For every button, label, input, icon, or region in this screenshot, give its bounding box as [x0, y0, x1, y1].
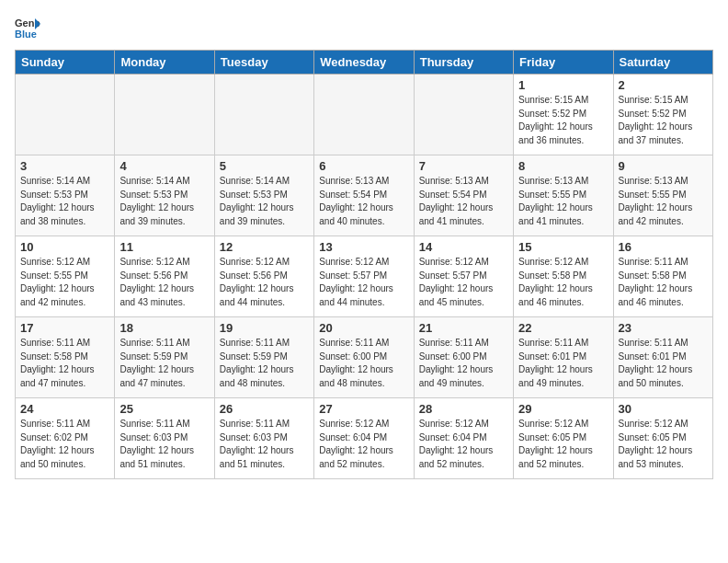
day-number: 6: [319, 159, 408, 173]
day-info: Sunrise: 5:12 AM Sunset: 6:05 PM Dayligh…: [518, 418, 608, 471]
calendar-cell: 13Sunrise: 5:12 AM Sunset: 5:57 PM Dayli…: [314, 236, 414, 317]
calendar-cell: [414, 75, 513, 155]
day-number: 26: [220, 402, 309, 416]
day-number: 16: [619, 240, 708, 254]
day-info: Sunrise: 5:12 AM Sunset: 5:57 PM Dayligh…: [419, 256, 508, 309]
calendar-cell: 9Sunrise: 5:13 AM Sunset: 5:55 PM Daylig…: [613, 155, 712, 236]
day-number: 24: [20, 402, 109, 416]
day-number: 5: [220, 159, 309, 173]
calendar-header-row: SundayMondayTuesdayWednesdayThursdayFrid…: [16, 51, 713, 75]
calendar-cell: 7Sunrise: 5:13 AM Sunset: 5:54 PM Daylig…: [414, 155, 513, 236]
calendar-cell: 19Sunrise: 5:11 AM Sunset: 5:59 PM Dayli…: [214, 317, 313, 398]
day-info: Sunrise: 5:13 AM Sunset: 5:54 PM Dayligh…: [419, 175, 508, 228]
calendar-cell: [314, 75, 414, 155]
calendar-cell: 5Sunrise: 5:14 AM Sunset: 5:53 PM Daylig…: [214, 155, 313, 236]
day-info: Sunrise: 5:11 AM Sunset: 6:02 PM Dayligh…: [20, 418, 109, 471]
calendar-cell: 2Sunrise: 5:15 AM Sunset: 5:52 PM Daylig…: [613, 75, 712, 155]
calendar-cell: 23Sunrise: 5:11 AM Sunset: 6:01 PM Dayli…: [613, 317, 712, 398]
day-number: 13: [319, 240, 408, 254]
calendar-cell: 3Sunrise: 5:14 AM Sunset: 5:53 PM Daylig…: [16, 155, 115, 236]
day-number: 25: [119, 402, 209, 416]
calendar-cell: 18Sunrise: 5:11 AM Sunset: 5:59 PM Dayli…: [115, 317, 214, 398]
day-info: Sunrise: 5:11 AM Sunset: 6:01 PM Dayligh…: [518, 337, 608, 390]
calendar-week-row: 17Sunrise: 5:11 AM Sunset: 5:58 PM Dayli…: [16, 317, 713, 398]
day-info: Sunrise: 5:11 AM Sunset: 6:03 PM Dayligh…: [119, 418, 209, 471]
day-info: Sunrise: 5:15 AM Sunset: 5:52 PM Dayligh…: [619, 94, 708, 147]
calendar-cell: 6Sunrise: 5:13 AM Sunset: 5:54 PM Daylig…: [314, 155, 414, 236]
calendar-cell: 15Sunrise: 5:12 AM Sunset: 5:58 PM Dayli…: [514, 236, 613, 317]
day-number: 2: [619, 78, 708, 92]
logo-icon: GeneralBlue: [15, 15, 40, 40]
day-number: 27: [319, 402, 408, 416]
calendar-cell: 29Sunrise: 5:12 AM Sunset: 6:05 PM Dayli…: [514, 398, 613, 479]
day-number: 4: [119, 159, 209, 173]
calendar-cell: 25Sunrise: 5:11 AM Sunset: 6:03 PM Dayli…: [115, 398, 214, 479]
day-number: 3: [20, 159, 109, 173]
calendar-cell: 30Sunrise: 5:12 AM Sunset: 6:05 PM Dayli…: [613, 398, 712, 479]
calendar-table: SundayMondayTuesdayWednesdayThursdayFrid…: [15, 50, 713, 479]
weekday-header-tuesday: Tuesday: [214, 51, 313, 75]
weekday-header-monday: Monday: [115, 51, 214, 75]
day-number: 10: [20, 240, 109, 254]
calendar-cell: 20Sunrise: 5:11 AM Sunset: 6:00 PM Dayli…: [314, 317, 414, 398]
day-number: 17: [20, 321, 109, 335]
calendar-cell: 14Sunrise: 5:12 AM Sunset: 5:57 PM Dayli…: [414, 236, 513, 317]
day-number: 15: [518, 240, 608, 254]
day-number: 12: [220, 240, 309, 254]
day-number: 9: [619, 159, 708, 173]
day-number: 1: [518, 78, 608, 92]
calendar-week-row: 10Sunrise: 5:12 AM Sunset: 5:55 PM Dayli…: [16, 236, 713, 317]
day-number: 30: [619, 402, 708, 416]
calendar-cell: 1Sunrise: 5:15 AM Sunset: 5:52 PM Daylig…: [514, 75, 613, 155]
calendar-cell: [214, 75, 313, 155]
page-header: GeneralBlue: [15, 15, 713, 40]
day-info: Sunrise: 5:12 AM Sunset: 5:56 PM Dayligh…: [119, 256, 209, 309]
calendar-cell: 17Sunrise: 5:11 AM Sunset: 5:58 PM Dayli…: [16, 317, 115, 398]
calendar-week-row: 3Sunrise: 5:14 AM Sunset: 5:53 PM Daylig…: [16, 155, 713, 236]
day-number: 14: [419, 240, 508, 254]
day-number: 7: [419, 159, 508, 173]
day-info: Sunrise: 5:11 AM Sunset: 6:03 PM Dayligh…: [220, 418, 309, 471]
day-info: Sunrise: 5:13 AM Sunset: 5:55 PM Dayligh…: [518, 175, 608, 228]
day-number: 28: [419, 402, 508, 416]
calendar-cell: 27Sunrise: 5:12 AM Sunset: 6:04 PM Dayli…: [314, 398, 414, 479]
day-info: Sunrise: 5:11 AM Sunset: 5:59 PM Dayligh…: [220, 337, 309, 390]
day-info: Sunrise: 5:14 AM Sunset: 5:53 PM Dayligh…: [119, 175, 209, 228]
day-info: Sunrise: 5:11 AM Sunset: 5:59 PM Dayligh…: [119, 337, 209, 390]
calendar-cell: 24Sunrise: 5:11 AM Sunset: 6:02 PM Dayli…: [16, 398, 115, 479]
day-number: 11: [119, 240, 209, 254]
day-info: Sunrise: 5:11 AM Sunset: 6:01 PM Dayligh…: [619, 337, 708, 390]
day-info: Sunrise: 5:15 AM Sunset: 5:52 PM Dayligh…: [518, 94, 608, 147]
calendar-cell: 4Sunrise: 5:14 AM Sunset: 5:53 PM Daylig…: [115, 155, 214, 236]
day-number: 21: [419, 321, 508, 335]
weekday-header-friday: Friday: [514, 51, 613, 75]
calendar-cell: 10Sunrise: 5:12 AM Sunset: 5:55 PM Dayli…: [16, 236, 115, 317]
weekday-header-wednesday: Wednesday: [314, 51, 414, 75]
day-info: Sunrise: 5:12 AM Sunset: 6:04 PM Dayligh…: [419, 418, 508, 471]
day-info: Sunrise: 5:14 AM Sunset: 5:53 PM Dayligh…: [220, 175, 309, 228]
calendar-cell: 21Sunrise: 5:11 AM Sunset: 6:00 PM Dayli…: [414, 317, 513, 398]
calendar-cell: 26Sunrise: 5:11 AM Sunset: 6:03 PM Dayli…: [214, 398, 313, 479]
calendar-cell: [115, 75, 214, 155]
day-number: 23: [619, 321, 708, 335]
calendar-cell: [16, 75, 115, 155]
day-number: 8: [518, 159, 608, 173]
day-info: Sunrise: 5:11 AM Sunset: 5:58 PM Dayligh…: [20, 337, 109, 390]
day-info: Sunrise: 5:13 AM Sunset: 5:55 PM Dayligh…: [619, 175, 708, 228]
calendar-cell: 8Sunrise: 5:13 AM Sunset: 5:55 PM Daylig…: [514, 155, 613, 236]
calendar-cell: 16Sunrise: 5:11 AM Sunset: 5:58 PM Dayli…: [613, 236, 712, 317]
calendar-week-row: 1Sunrise: 5:15 AM Sunset: 5:52 PM Daylig…: [16, 75, 713, 155]
weekday-header-saturday: Saturday: [613, 51, 712, 75]
day-number: 18: [119, 321, 209, 335]
calendar-week-row: 24Sunrise: 5:11 AM Sunset: 6:02 PM Dayli…: [16, 398, 713, 479]
day-info: Sunrise: 5:12 AM Sunset: 5:56 PM Dayligh…: [220, 256, 309, 309]
weekday-header-sunday: Sunday: [16, 51, 115, 75]
day-info: Sunrise: 5:13 AM Sunset: 5:54 PM Dayligh…: [319, 175, 408, 228]
day-info: Sunrise: 5:12 AM Sunset: 5:58 PM Dayligh…: [518, 256, 608, 309]
day-number: 22: [518, 321, 608, 335]
calendar-cell: 12Sunrise: 5:12 AM Sunset: 5:56 PM Dayli…: [214, 236, 313, 317]
calendar-cell: 22Sunrise: 5:11 AM Sunset: 6:01 PM Dayli…: [514, 317, 613, 398]
day-info: Sunrise: 5:12 AM Sunset: 5:57 PM Dayligh…: [319, 256, 408, 309]
day-info: Sunrise: 5:12 AM Sunset: 5:55 PM Dayligh…: [20, 256, 109, 309]
calendar-cell: 28Sunrise: 5:12 AM Sunset: 6:04 PM Dayli…: [414, 398, 513, 479]
